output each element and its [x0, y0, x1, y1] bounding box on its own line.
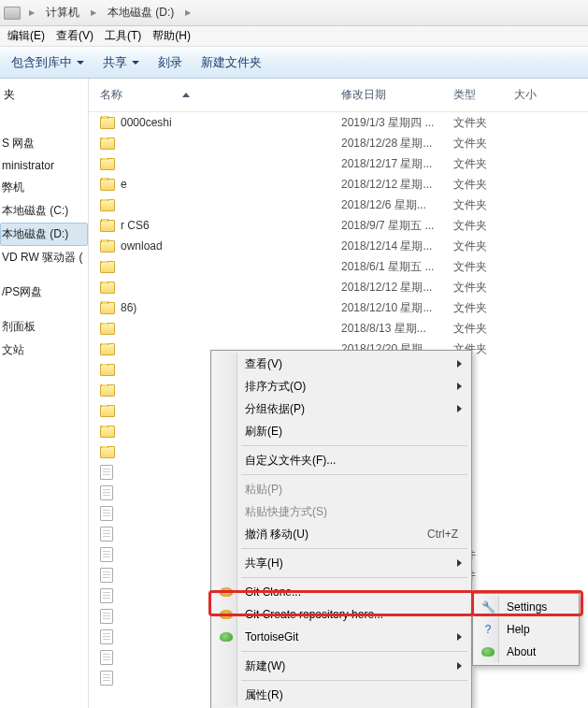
sidebar-item[interactable]: 剂面板 — [0, 315, 88, 339]
ctx-properties[interactable]: 属性(R) — [213, 684, 469, 706]
file-row[interactable]: 2018/12/6 星期...文件夹 — [89, 195, 588, 215]
file-row[interactable]: 2018/8/13 星期...文件夹 — [89, 318, 588, 339]
ctx-undo[interactable]: 撤消 移动(U)Ctrl+Z — [213, 523, 469, 545]
file-row[interactable]: 2018/12/12 星期...文件夹 — [89, 277, 588, 297]
folder-icon — [100, 199, 115, 211]
folder-icon — [100, 323, 115, 335]
ctx-new[interactable]: 新建(W) — [213, 655, 469, 677]
folder-icon — [100, 302, 115, 314]
folder-icon — [100, 343, 115, 355]
col-name[interactable]: 名称 — [89, 87, 341, 103]
toolbar-include[interactable]: 包含到库中 — [11, 54, 84, 71]
sidebar-item[interactable]: 本地磁盘 (D:) — [0, 223, 88, 246]
folder-icon — [100, 384, 115, 397]
file-row[interactable]: ownload2018/12/14 星期...文件夹 — [89, 236, 588, 256]
toolbar-burn[interactable]: 刻录 — [158, 54, 182, 71]
context-menu: 查看(V) 排序方式(O) 分组依据(P) 刷新(E) 自定义文件夹(F)...… — [210, 350, 472, 708]
folder-icon — [100, 179, 115, 191]
file-name: e — [121, 178, 127, 191]
file-type: 文件夹 — [453, 280, 509, 296]
file-date: 2018/8/13 星期... — [341, 321, 453, 337]
file-date: 2018/9/7 星期五 ... — [341, 218, 453, 234]
chevron-right-icon: ▶ — [86, 8, 101, 17]
ctx-refresh[interactable]: 刷新(E) — [213, 420, 469, 442]
file-type: 文件夹 — [453, 156, 509, 172]
file-icon — [100, 588, 113, 603]
drive-icon — [4, 7, 21, 20]
file-row[interactable]: 86)2018/12/10 星期...文件夹 — [89, 297, 588, 318]
breadcrumb-computer[interactable]: 计算机 — [43, 3, 82, 22]
sidebar-item[interactable]: 弊机 — [0, 176, 88, 199]
ctx-git-create[interactable]: Git Create repository here... — [213, 603, 469, 626]
arrow-right-icon — [457, 662, 462, 670]
ctx-share[interactable]: 共享(H) — [213, 552, 469, 574]
file-type: 文件夹 — [453, 321, 509, 337]
file-icon — [100, 465, 113, 480]
file-row[interactable]: 0000ceshi2019/1/3 星期四 ...文件夹 — [89, 112, 588, 133]
ctx-sort[interactable]: 排序方式(O) — [213, 375, 469, 397]
file-icon — [100, 671, 113, 686]
folder-icon — [100, 137, 115, 150]
file-row[interactable]: 2018/6/1 星期五 ...文件夹 — [89, 256, 588, 277]
file-icon — [100, 629, 113, 644]
ctx-undo-shortcut: Ctrl+Z — [427, 527, 458, 541]
ctx-group[interactable]: 分组依据(P) — [213, 397, 469, 420]
file-icon — [100, 527, 113, 542]
file-date: 2018/6/1 星期五 ... — [341, 259, 453, 275]
folder-icon — [100, 426, 115, 438]
folder-icon — [100, 446, 115, 458]
submenu-help[interactable]: ?Help — [475, 618, 577, 641]
ctx-git-clone[interactable]: Git Clone... — [213, 581, 469, 603]
menu-edit[interactable]: 编辑(E) — [2, 26, 50, 46]
file-row[interactable]: 2018/12/28 星期...文件夹 — [89, 133, 588, 153]
file-date: 2018/12/10 星期... — [341, 300, 453, 316]
folder-icon — [100, 364, 115, 376]
file-type: 文件夹 — [453, 238, 509, 254]
menu-bar: 编辑(E) 查看(V) 工具(T) 帮助(H) — [0, 26, 588, 47]
arrow-right-icon — [457, 633, 462, 641]
col-size[interactable]: 大小 — [509, 87, 588, 103]
file-name: 0000ceshi — [121, 116, 172, 129]
arrow-right-icon — [457, 360, 462, 368]
menu-help[interactable]: 帮助(H) — [147, 26, 196, 46]
file-row[interactable]: 2018/12/17 星期...文件夹 — [89, 153, 588, 174]
folder-icon — [100, 220, 115, 232]
toolbar-share[interactable]: 共享 — [103, 54, 139, 71]
col-type[interactable]: 类型 — [453, 87, 509, 103]
sidebar-heading: 夹 — [0, 84, 88, 106]
ctx-view[interactable]: 查看(V) — [213, 353, 469, 375]
sidebar-item[interactable]: 本地磁盘 (C:) — [0, 199, 88, 223]
file-type: 文件夹 — [453, 197, 509, 213]
submenu-about[interactable]: About — [475, 641, 577, 663]
file-icon — [100, 506, 113, 521]
ctx-customize[interactable]: 自定义文件夹(F)... — [213, 449, 469, 471]
sidebar-item[interactable]: S 网盘 — [0, 132, 88, 155]
menu-tools[interactable]: 工具(T) — [99, 26, 147, 46]
ctx-paste-shortcut: 粘贴快捷方式(S) — [213, 500, 469, 523]
help-icon: ? — [480, 622, 495, 637]
file-type: 文件夹 — [453, 218, 509, 234]
file-date: 2018/12/12 星期... — [341, 177, 453, 193]
sidebar-item[interactable]: VD RW 驱动器 ( — [0, 246, 88, 269]
breadcrumb-drive[interactable]: 本地磁盘 (D:) — [105, 3, 177, 22]
arrow-right-icon — [457, 383, 462, 390]
tortoisegit-submenu: 🔧Settings ?Help About — [472, 593, 580, 666]
caret-down-icon — [77, 61, 84, 65]
arrow-right-icon — [457, 559, 462, 567]
sidebar-item[interactable]: 文站 — [0, 339, 88, 362]
submenu-settings[interactable]: 🔧Settings — [475, 596, 577, 618]
file-name: r CS6 — [121, 219, 150, 232]
ctx-tortoisegit[interactable]: TortoiseGit — [213, 626, 469, 648]
file-row[interactable]: e2018/12/12 星期...文件夹 — [89, 174, 588, 195]
sidebar-item[interactable]: ministrator — [0, 155, 88, 176]
sidebar: 夹 S 网盘ministrator弊机本地磁盘 (C:)本地磁盘 (D:)VD … — [0, 79, 89, 708]
sidebar-item[interactable]: /PS网盘 — [0, 281, 88, 304]
chevron-right-icon: ▶ — [24, 8, 39, 17]
folder-icon — [100, 261, 115, 273]
file-row[interactable]: r CS62018/9/7 星期五 ...文件夹 — [89, 215, 588, 236]
menu-view[interactable]: 查看(V) — [50, 26, 99, 46]
file-date: 2018/12/6 星期... — [341, 197, 453, 213]
toolbar-newfolder[interactable]: 新建文件夹 — [201, 54, 262, 71]
col-date[interactable]: 修改日期 — [341, 87, 453, 103]
file-date: 2018/12/12 星期... — [341, 280, 453, 296]
